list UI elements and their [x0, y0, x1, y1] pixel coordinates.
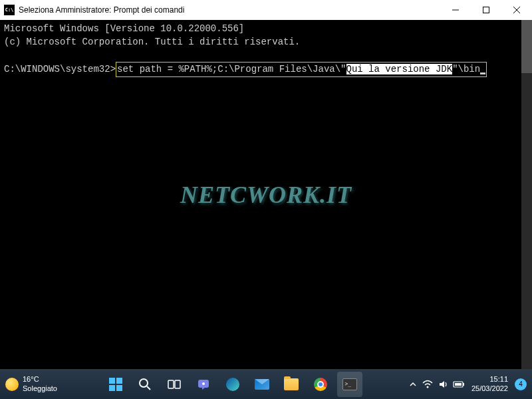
weather-widget[interactable]: 16°C Soleggiato — [5, 375, 57, 392]
chat-button[interactable] — [191, 372, 216, 397]
terminal-area[interactable]: Microsoft Windows [Versione 10.0.22000.5… — [0, 20, 532, 369]
taskbar-center: >_ — [57, 372, 409, 397]
start-button[interactable] — [103, 372, 128, 397]
chevron-up-icon[interactable] — [409, 380, 417, 388]
svg-point-10 — [426, 386, 428, 388]
cmd-taskbar-button[interactable]: >_ — [337, 372, 362, 397]
clock[interactable]: 15:11 25/03/2022 — [471, 375, 508, 392]
task-view-icon — [168, 378, 181, 391]
terminal-line — [4, 49, 528, 62]
folder-icon — [284, 378, 299, 390]
search-icon — [138, 378, 152, 391]
cmd-window-icon: C:\ — [4, 5, 15, 15]
volume-icon[interactable] — [438, 380, 448, 389]
sun-icon — [5, 378, 19, 391]
edge-button[interactable] — [220, 372, 245, 397]
window-title: Seleziona Amministratore: Prompt dei com… — [19, 5, 440, 15]
chrome-icon — [314, 378, 327, 391]
clock-time: 15:11 — [489, 375, 508, 384]
terminal-line: Microsoft Windows [Versione 10.0.22000.5… — [4, 23, 528, 36]
cmd-icon: >_ — [342, 378, 357, 390]
cursor — [480, 72, 485, 74]
chat-icon — [197, 378, 210, 391]
wifi-icon[interactable] — [422, 380, 433, 389]
maximize-button[interactable] — [471, 0, 501, 20]
weather-condition: Soleggiato — [23, 384, 57, 393]
svg-line-5 — [147, 386, 150, 390]
selected-text: Qui la versione JDK — [346, 64, 453, 74]
search-button[interactable] — [132, 372, 158, 397]
scrollbar[interactable] — [521, 20, 532, 369]
minimize-button[interactable] — [440, 0, 471, 20]
svg-point-4 — [140, 379, 148, 387]
edge-icon — [226, 378, 239, 391]
prompt-path: C:\WINDOWS\system32> — [4, 64, 116, 74]
scrollbar-thumb[interactable] — [521, 20, 532, 73]
command-text: "\bin — [452, 64, 480, 74]
explorer-button[interactable] — [279, 372, 304, 397]
clock-date: 25/03/2022 — [471, 384, 508, 393]
watermark: NETCWORK.IT — [180, 181, 352, 209]
command-highlight: set path = %PATH%;C:\Program Files\Java\… — [116, 62, 487, 78]
svg-rect-1 — [483, 7, 489, 13]
notification-badge[interactable]: 4 — [515, 378, 527, 390]
mail-icon — [255, 379, 269, 390]
terminal-line: (c) Microsoft Corporation. Tutti i dirit… — [4, 36, 528, 49]
window-controls — [440, 0, 532, 20]
system-tray: 15:11 25/03/2022 4 — [409, 375, 527, 392]
taskbar: 16°C Soleggiato >_ — [0, 369, 532, 399]
weather-temp: 16°C — [23, 375, 57, 384]
titlebar: C:\ Seleziona Amministratore: Prompt dei… — [0, 0, 532, 20]
chrome-button[interactable] — [308, 372, 333, 397]
tray-icons — [409, 380, 465, 389]
svg-rect-6 — [168, 380, 174, 388]
terminal-prompt-line: C:\WINDOWS\system32>set path = %PATH%;C:… — [4, 62, 528, 78]
command-text: set path = %PATH%;C:\Program Files\Java\… — [117, 64, 346, 74]
svg-rect-7 — [175, 380, 180, 388]
svg-rect-12 — [463, 383, 464, 386]
task-view-button[interactable] — [162, 372, 187, 397]
mail-button[interactable] — [249, 372, 275, 397]
battery-icon[interactable] — [453, 380, 465, 388]
svg-point-9 — [202, 382, 205, 385]
windows-logo-icon — [109, 378, 122, 391]
svg-rect-13 — [455, 383, 462, 386]
close-button[interactable] — [501, 0, 532, 20]
